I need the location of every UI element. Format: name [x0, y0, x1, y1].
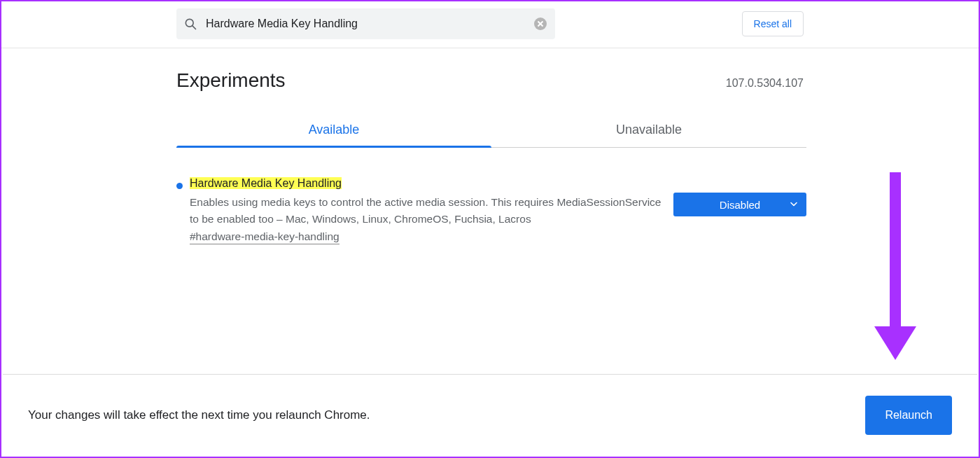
- flag-description: Enables using media keys to control the …: [190, 194, 666, 228]
- title-row: Experiments 107.0.5304.107: [176, 61, 806, 99]
- search-box[interactable]: [176, 8, 555, 39]
- chevron-down-icon: [790, 199, 798, 211]
- flag-state-value: Disabled: [720, 199, 760, 211]
- footer-message: Your changes will take effect the next t…: [28, 408, 370, 422]
- page-title: Experiments: [176, 61, 286, 99]
- reset-all-button[interactable]: Reset all: [742, 11, 804, 36]
- flag-title: Hardware Media Key Handling: [190, 177, 342, 189]
- footer-bar: Your changes will take effect the next t…: [3, 374, 977, 455]
- annotation-arrow-icon: [871, 172, 920, 382]
- top-bar: Reset all: [1, 1, 979, 48]
- version-text: 107.0.5304.107: [726, 77, 806, 90]
- flag-body: Hardware Media Key Handling Enables usin…: [190, 177, 666, 244]
- search-input[interactable]: [204, 8, 530, 39]
- relaunch-button[interactable]: Relaunch: [865, 396, 952, 435]
- flag-state-select[interactable]: Disabled: [673, 193, 806, 216]
- flag-row: Hardware Media Key Handling Enables usin…: [176, 148, 806, 244]
- tab-available[interactable]: Available: [176, 114, 491, 147]
- tabs: Available Unavailable: [176, 114, 806, 148]
- content: Experiments 107.0.5304.107 Available Una…: [176, 48, 806, 244]
- search-icon: [176, 17, 204, 31]
- svg-line-1: [192, 26, 196, 29]
- flag-hash-link[interactable]: #hardware-media-key-handling: [190, 230, 340, 244]
- clear-search-icon[interactable]: [530, 13, 551, 34]
- modified-dot-icon: [176, 183, 183, 189]
- tab-unavailable[interactable]: Unavailable: [491, 114, 806, 147]
